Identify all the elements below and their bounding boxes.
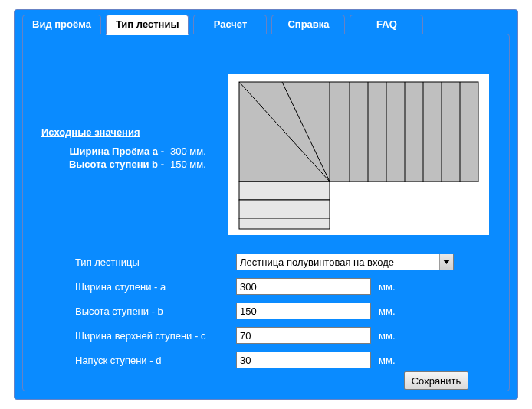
- label-step-width-a: Ширина ступени - a: [75, 281, 236, 293]
- input-step-height-b[interactable]: [236, 303, 371, 319]
- form-area: Тип лестницы Лестница полувинтовая на вх…: [75, 254, 481, 376]
- stair-diagram: [228, 74, 489, 235]
- svg-rect-13: [239, 218, 330, 229]
- tab-view-opening[interactable]: Вид проёма: [22, 15, 101, 35]
- svg-marker-14: [443, 260, 450, 264]
- tab-bar: Вид проёма Тип лестниы Расчет Справка FA…: [22, 15, 423, 35]
- svg-rect-12: [239, 200, 330, 218]
- main-panel: Вид проёма Тип лестниы Расчет Справка FA…: [14, 9, 518, 400]
- label-step-height-b: Высота ступени - b: [75, 306, 236, 317]
- label-stair-type: Тип лестницы: [75, 257, 236, 268]
- label-top-step-width-c: Ширина верхней ступени - c: [75, 330, 236, 342]
- initial-values-block: Исходные значения Ширина Проёма a - 300 …: [41, 126, 206, 172]
- initial-values-heading: Исходные значения: [41, 126, 206, 138]
- init-a-label: Ширина Проёма a -: [41, 146, 164, 157]
- input-top-step-width-c[interactable]: [236, 327, 371, 344]
- init-b-label: Высота ступени b -: [41, 159, 164, 170]
- init-b-value: 150 мм.: [170, 159, 206, 170]
- init-a-value: 300 мм.: [170, 146, 206, 157]
- unit-c: мм.: [379, 330, 396, 342]
- unit-d: мм.: [379, 355, 396, 366]
- tab-help[interactable]: Справка: [271, 15, 345, 35]
- select-stair-type[interactable]: Лестница полувинтовая на входе: [236, 254, 454, 270]
- svg-rect-0: [239, 82, 478, 182]
- save-button[interactable]: Сохранить: [404, 371, 468, 390]
- select-stair-type-value: Лестница полувинтовая на входе: [237, 255, 439, 270]
- unit-a: мм.: [379, 281, 396, 293]
- tab-stair-type[interactable]: Тип лестниы: [106, 15, 189, 35]
- tab-faq[interactable]: FAQ: [350, 15, 423, 35]
- tab-body: Исходные значения Ширина Проёма a - 300 …: [22, 34, 510, 391]
- input-step-width-a[interactable]: [236, 278, 371, 295]
- svg-rect-11: [239, 182, 330, 200]
- label-overhang-d: Напуск ступени - d: [75, 355, 236, 366]
- unit-b: мм.: [379, 306, 396, 317]
- tab-calculation[interactable]: Расчет: [193, 15, 267, 35]
- input-overhang-d[interactable]: [236, 352, 371, 368]
- chevron-down-icon[interactable]: [439, 254, 453, 270]
